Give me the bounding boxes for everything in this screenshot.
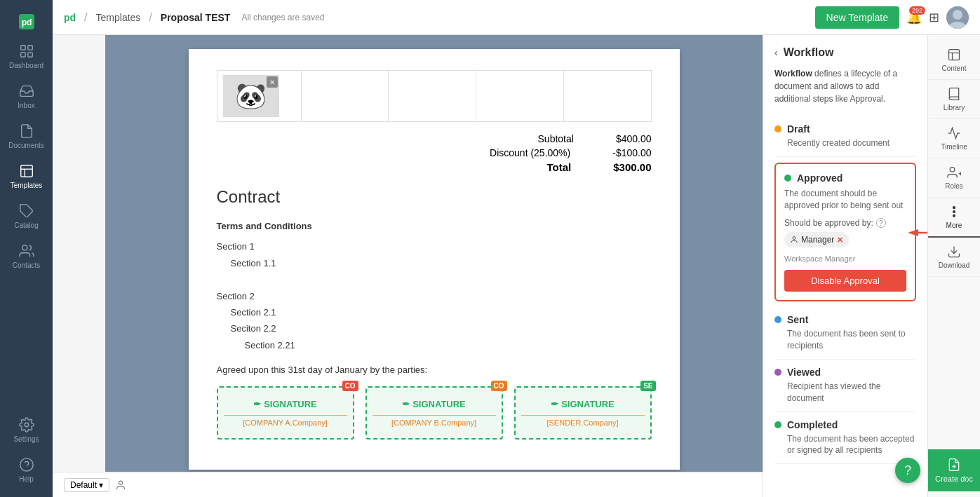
section-2-2: Seciton 2.2 <box>231 320 652 336</box>
sidebar-item-inbox[interactable]: Inbox <box>0 76 53 116</box>
topbar-breadcrumb-templates[interactable]: Templates <box>96 12 141 23</box>
workflow-step-draft: Draft Recently created document <box>774 116 916 157</box>
far-right-content[interactable]: Content <box>928 41 980 80</box>
workflow-back-arrow[interactable]: ‹ <box>774 47 778 58</box>
svg-rect-2 <box>20 46 25 50</box>
topbar-sep2: / <box>149 11 152 24</box>
svg-rect-5 <box>27 53 32 57</box>
total-value: $300.00 <box>613 161 651 173</box>
signature-badge-se: SE <box>640 381 655 391</box>
section-2-1: Section 2.1 <box>231 304 652 320</box>
more-icon <box>947 205 961 219</box>
sent-desc: The document has been sent to recipients <box>787 328 916 352</box>
signature-area: CO ✒ SIGNATURE [COMPANY A.Company] CO ✒ … <box>217 386 652 440</box>
viewed-desc: Recipient has viewed the document <box>787 381 916 404</box>
topbar-saved-status: All changes are saved <box>241 13 324 22</box>
discount-label: Discount (25.00%) <box>490 147 570 158</box>
discount-value: -$100.00 <box>612 147 651 158</box>
workspace-label: Workspace Manager <box>784 254 906 263</box>
library-label: Library <box>944 104 965 111</box>
sidebar-item-help[interactable]: Help <box>0 450 53 490</box>
sidebar-item-dashboard[interactable]: Dashboard <box>0 36 53 76</box>
far-right-more[interactable]: More <box>928 198 980 238</box>
discount-row: Discount (25.00%) -$100.00 <box>217 147 652 158</box>
svg-point-27 <box>953 211 955 213</box>
far-right-download[interactable]: Download <box>928 238 980 277</box>
company-b-label: [COMPANY B.Company] <box>372 415 496 427</box>
notification-badge: 292 <box>909 6 925 15</box>
signature-box-company-b: CO ✒ SIGNATURE [COMPANY B.Company] <box>365 386 503 440</box>
new-template-button[interactable]: New Template <box>815 6 899 29</box>
dropdown-arrow-icon: ▾ <box>99 480 103 490</box>
sidebar-item-catalog[interactable]: Catalog <box>0 196 53 236</box>
remove-image-button[interactable]: ✕ <box>267 76 278 88</box>
far-right-library[interactable]: Library <box>928 80 980 119</box>
svg-point-10 <box>22 245 27 250</box>
signature-badge-co-2: CO <box>491 381 507 391</box>
default-dropdown-button[interactable]: Default ▾ <box>64 478 109 492</box>
should-approve-label: Should be approved by: ? <box>784 218 906 228</box>
document-area[interactable]: 🐼 ✕ Subtotal $400.00 <box>105 35 763 497</box>
table-cell-4 <box>563 71 651 122</box>
default-label: Default <box>70 480 97 490</box>
svg-point-12 <box>20 458 32 471</box>
more-label: More <box>946 222 962 229</box>
completed-header: Completed <box>774 419 916 430</box>
help-fab-button[interactable]: ? <box>895 458 920 483</box>
completed-desc: The document has been accepted or signed… <box>787 433 916 457</box>
workflow-step-sent: Sent The document has been sent to recip… <box>774 307 916 360</box>
create-doc-label: Create doc <box>935 475 973 483</box>
download-label: Download <box>939 261 969 269</box>
sidebar-item-templates[interactable]: Templates <box>0 156 53 196</box>
table-cell-thumbnail: 🐼 ✕ <box>217 71 301 122</box>
user-avatar[interactable] <box>946 6 969 29</box>
help-tooltip-icon[interactable]: ? <box>876 218 886 228</box>
completed-title: Completed <box>787 419 838 430</box>
manager-tag-remove-button[interactable]: × <box>837 234 843 245</box>
sidebar-item-dashboard-label: Dashboard <box>9 62 43 69</box>
svg-point-28 <box>953 215 955 217</box>
table-cell-3 <box>476 71 564 122</box>
contract-title: Contract <box>217 187 652 207</box>
download-icon <box>947 245 961 259</box>
sidebar-logo[interactable]: pd <box>0 7 53 36</box>
svg-point-19 <box>793 237 796 240</box>
content-label: Content <box>941 64 966 72</box>
manager-tag: Manager × <box>784 232 849 247</box>
sidebar-item-documents[interactable]: Documents <box>0 116 53 156</box>
manager-row: Manager × <box>784 232 906 252</box>
workflow-description: Workflow defines a lifecycle of a docume… <box>774 67 916 105</box>
approved-header: Approved <box>784 172 906 184</box>
workflow-step-completed: Completed The document has been accepted… <box>774 412 916 465</box>
section-1-1: Section 1.1 <box>231 255 652 271</box>
approved-desc: The document should be approved prior to… <box>784 188 906 212</box>
sidebar-item-settings[interactable]: Settings <box>0 410 53 450</box>
grid-view-button[interactable]: ⊞ <box>929 10 939 25</box>
main-container: 🐼 ✕ Subtotal $400.00 <box>105 35 980 497</box>
document-page: 🐼 ✕ Subtotal $400.00 <box>189 49 680 470</box>
subtotal-row: Subtotal $400.00 <box>217 133 652 144</box>
pen-icon-3: ✒ <box>551 399 558 409</box>
disable-approval-button[interactable]: Disable Approval <box>784 270 906 292</box>
approved-title: Approved <box>797 172 843 184</box>
far-right-roles[interactable]: Roles <box>928 158 980 198</box>
signature-label-2: ✒ SIGNATURE <box>402 399 466 409</box>
notifications-button[interactable]: 🔔 292 <box>906 10 922 25</box>
topbar: pd / Templates / Proposal TEST All chang… <box>53 0 980 35</box>
sidebar-item-contacts[interactable]: Contacts <box>0 236 53 276</box>
workflow-panel: ‹ Workflow Workflow defines a lifecycle … <box>763 35 927 497</box>
far-right-toolbar: Content Library Timeline Roles More Down… <box>927 35 980 497</box>
far-right-timeline[interactable]: Timeline <box>928 119 980 158</box>
viewed-dot <box>774 369 781 376</box>
pen-icon-1: ✒ <box>253 399 261 409</box>
person-bottom-icon <box>115 479 126 491</box>
timeline-icon <box>947 126 961 140</box>
svg-text:pd: pd <box>21 18 32 27</box>
create-doc-button[interactable]: Create doc <box>928 449 980 491</box>
right-panel: ‹ Workflow Workflow defines a lifecycle … <box>763 35 980 497</box>
table-cell-2 <box>389 71 476 122</box>
pen-icon-2: ✒ <box>402 399 410 409</box>
sidebar-item-contacts-label: Contacts <box>13 261 40 269</box>
pricing-summary: Subtotal $400.00 Discount (25.00%) -$100… <box>217 133 652 173</box>
sidebar-item-inbox-label: Inbox <box>18 102 34 109</box>
